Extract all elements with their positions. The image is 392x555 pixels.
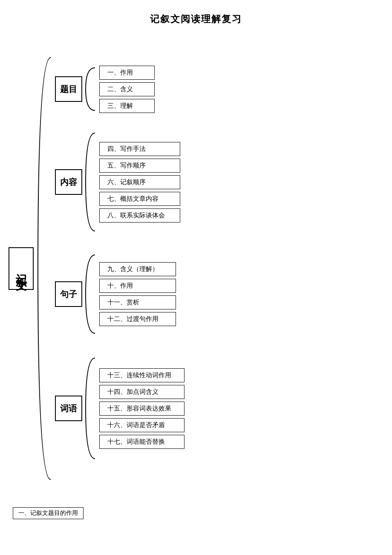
branch-juzi: 句子 九、含义（理解） 十、作用 十一、赏析 十二、过渡句作用 — [55, 247, 383, 341]
branch-ciyu: 词语 十三、连续性动词作用 十四、加点词含义 十五、形容词表达效果 十六、词语是… — [55, 349, 383, 468]
bottom-note: 一、记叙文题目的作用 — [13, 507, 84, 519]
l2-node: 六、记叙顺序 — [99, 175, 180, 189]
l2-node: 四、写作手法 — [99, 142, 180, 156]
l2-node: 九、含义（理解） — [99, 262, 176, 276]
l2-node: 十六、词语是否矛盾 — [99, 418, 184, 432]
branch-neirong: 内容 四、写作手法 五、写作顺序 六、记叙顺序 七、概括文章内容 八、联系实际谈… — [55, 124, 383, 240]
l2-node: 十四、加点词含义 — [99, 385, 184, 399]
l2-node: 十、作用 — [99, 279, 176, 293]
l1-node-ciyu: 词语 — [55, 396, 82, 421]
main-brace — [34, 34, 55, 503]
l2-node: 八、联系实际谈体会 — [99, 208, 180, 223]
l2-node: 十七、词语能否替换 — [99, 435, 184, 449]
brace-timu — [82, 61, 99, 117]
l2-node: 五、写作顺序 — [99, 159, 180, 173]
l2-node: 一、作用 — [99, 66, 155, 80]
l2-node: 二、含义 — [99, 82, 155, 96]
page-title: 记叙文阅读理解复习 — [0, 0, 392, 34]
l2-node: 七、概括文章内容 — [99, 192, 180, 206]
l2-node: 十五、形容词表达效果 — [99, 402, 184, 416]
brace-neirong — [82, 124, 99, 240]
l1-node-timu: 题目 — [55, 76, 82, 102]
brace-ciyu — [82, 349, 99, 468]
root-node: 记叙文 — [9, 247, 34, 290]
branch-timu: 题目 一、作用 二、含义 三、理解 — [55, 61, 383, 117]
l1-node-neirong: 内容 — [55, 169, 82, 195]
l1-node-juzi: 句子 — [55, 281, 82, 307]
l2-node: 三、理解 — [99, 99, 155, 113]
l2-node: 十一、赏析 — [99, 295, 176, 309]
l2-node: 十二、过渡句作用 — [99, 312, 176, 326]
l2-node: 十三、连续性动词作用 — [99, 368, 184, 382]
brace-juzi — [82, 247, 99, 341]
